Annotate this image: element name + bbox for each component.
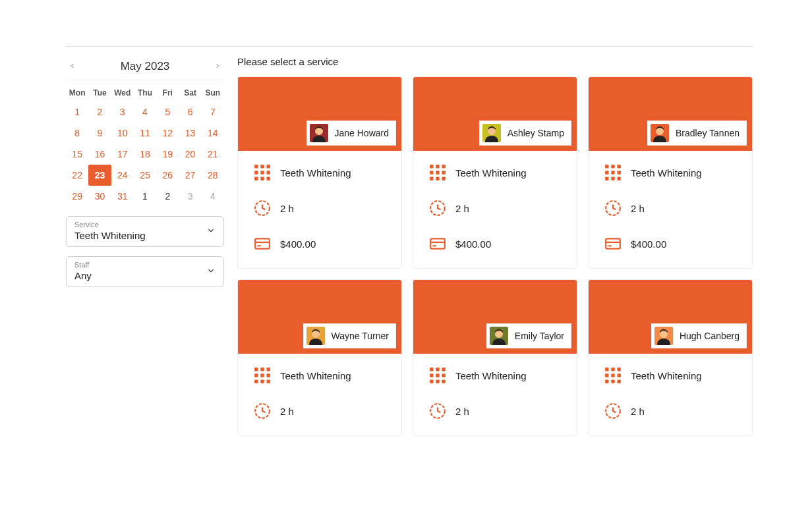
service-select[interactable]: Service Teeth Whitening xyxy=(66,216,224,247)
card-service-row: Teeth Whitening xyxy=(429,164,561,181)
service-card[interactable]: Jane Howard Teeth Whitening 2 h $400.00 xyxy=(237,76,402,269)
calendar-weekday: Mon xyxy=(66,84,88,101)
top-divider xyxy=(66,46,753,47)
chevron-left-icon xyxy=(69,62,76,70)
card-price-row: $400.00 xyxy=(429,235,561,252)
card-duration-row: 2 h xyxy=(429,402,561,420)
calendar-day[interactable]: 31 xyxy=(111,186,134,207)
calendar-weekday: Wed xyxy=(111,84,134,101)
prompt-text: Please select a service xyxy=(237,56,753,67)
card-duration: 2 h xyxy=(280,406,294,417)
grid-icon xyxy=(429,164,446,181)
calendar-day[interactable]: 2 xyxy=(156,186,179,207)
staff-name: Wayne Turner xyxy=(332,331,389,341)
calendar-day[interactable]: 4 xyxy=(134,101,156,123)
service-card[interactable]: Wayne Turner Teeth Whitening 2 h xyxy=(237,279,402,436)
staff-chip: Hugh Canberg xyxy=(651,323,747,348)
calendar-day[interactable]: 26 xyxy=(156,165,179,186)
calendar-next-button[interactable] xyxy=(214,61,221,72)
staff-chip: Emily Taylor xyxy=(486,323,571,348)
staff-select[interactable]: Staff Any xyxy=(66,256,224,287)
card-body: Teeth Whitening 2 h xyxy=(413,354,577,435)
calendar-day[interactable]: 24 xyxy=(111,165,134,186)
calendar-day[interactable]: 14 xyxy=(202,123,224,144)
card-service: Teeth Whitening xyxy=(280,370,351,381)
card-duration-row: 2 h xyxy=(429,200,561,217)
calendar-day[interactable]: 19 xyxy=(156,144,179,165)
payment-card-icon xyxy=(429,235,446,252)
service-card[interactable]: Emily Taylor Teeth Whitening 2 h xyxy=(413,279,577,436)
calendar-day[interactable]: 3 xyxy=(111,101,134,123)
calendar-day[interactable]: 30 xyxy=(88,186,111,207)
grid-icon xyxy=(254,367,271,384)
service-card[interactable]: Hugh Canberg Teeth Whitening 2 h xyxy=(588,279,753,436)
calendar-day[interactable]: 23 xyxy=(88,165,111,186)
staff-select-value: Any xyxy=(74,270,216,281)
calendar-day[interactable]: 20 xyxy=(179,144,201,165)
avatar xyxy=(306,327,325,345)
clock-icon xyxy=(604,402,622,420)
chevron-down-icon xyxy=(206,226,216,238)
avatar xyxy=(310,124,328,142)
calendar-day[interactable]: 6 xyxy=(179,101,201,123)
calendar-day[interactable]: 9 xyxy=(88,123,111,144)
calendar-day[interactable]: 17 xyxy=(111,144,134,165)
main: Please select a service Jane Howard Teet… xyxy=(237,56,753,436)
grid-icon xyxy=(604,164,622,181)
calendar-day[interactable]: 3 xyxy=(179,186,201,207)
staff-name: Emily Taylor xyxy=(515,331,564,341)
card-duration: 2 h xyxy=(280,203,294,214)
calendar-day[interactable]: 21 xyxy=(202,144,224,165)
calendar-day[interactable]: 28 xyxy=(202,165,224,186)
card-duration: 2 h xyxy=(455,203,469,214)
calendar-day[interactable]: 10 xyxy=(111,123,134,144)
avatar xyxy=(654,327,673,345)
calendar-day[interactable]: 7 xyxy=(202,101,224,123)
card-service: Teeth Whitening xyxy=(280,167,351,178)
card-service-row: Teeth Whitening xyxy=(254,164,386,181)
card-header: Hugh Canberg xyxy=(589,280,752,354)
clock-icon xyxy=(254,402,271,420)
calendar-day[interactable]: 16 xyxy=(88,144,111,165)
calendar-day[interactable]: 13 xyxy=(179,123,201,144)
chevron-right-icon xyxy=(214,62,221,70)
calendar-grid: MonTueWedThuFriSatSun1234567891011121314… xyxy=(66,84,224,207)
avatar xyxy=(490,327,508,345)
calendar-day[interactable]: 2 xyxy=(88,101,111,123)
calendar-weekday: Thu xyxy=(134,84,156,101)
calendar-day[interactable]: 15 xyxy=(66,144,88,165)
card-duration: 2 h xyxy=(631,203,645,214)
clock-icon xyxy=(604,200,622,217)
chevron-down-icon xyxy=(206,266,216,278)
calendar-day[interactable]: 18 xyxy=(134,144,156,165)
service-card[interactable]: Bradley Tannen Teeth Whitening 2 h $400.… xyxy=(588,76,753,269)
calendar-day[interactable]: 5 xyxy=(156,101,179,123)
calendar-day[interactable]: 12 xyxy=(156,123,179,144)
clock-icon xyxy=(254,200,271,217)
calendar-day[interactable]: 25 xyxy=(134,165,156,186)
calendar-day[interactable]: 22 xyxy=(66,165,88,186)
staff-chip: Ashley Stamp xyxy=(479,121,571,146)
payment-card-icon xyxy=(254,235,271,252)
calendar-day[interactable]: 8 xyxy=(66,123,88,144)
card-duration-row: 2 h xyxy=(254,402,386,420)
calendar-day[interactable]: 27 xyxy=(179,165,201,186)
staff-chip: Wayne Turner xyxy=(303,323,396,348)
calendar-day[interactable]: 1 xyxy=(66,101,88,123)
avatar xyxy=(482,124,501,142)
calendar-day[interactable]: 29 xyxy=(66,186,88,207)
card-price: $400.00 xyxy=(455,238,491,250)
card-duration: 2 h xyxy=(631,406,645,417)
calendar-day[interactable]: 1 xyxy=(134,186,156,207)
calendar-day[interactable]: 11 xyxy=(134,123,156,144)
card-service-row: Teeth Whitening xyxy=(429,367,561,384)
card-service-row: Teeth Whitening xyxy=(604,367,736,384)
card-header: Jane Howard xyxy=(238,77,401,151)
staff-chip: Bradley Tannen xyxy=(647,121,747,146)
card-service: Teeth Whitening xyxy=(455,370,527,381)
calendar-day[interactable]: 4 xyxy=(202,186,224,207)
calendar: May 2023 MonTueWedThuFriSatSun1234567891… xyxy=(66,56,224,207)
calendar-prev-button[interactable] xyxy=(69,61,76,72)
service-select-value: Teeth Whitening xyxy=(74,230,216,241)
service-card[interactable]: Ashley Stamp Teeth Whitening 2 h $400.00 xyxy=(413,76,577,269)
